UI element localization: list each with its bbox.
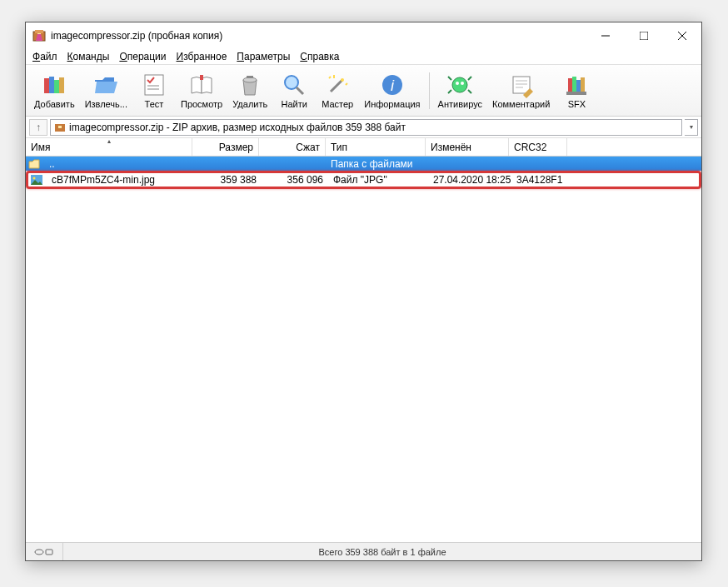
- virus-icon: [446, 72, 473, 98]
- svg-rect-8: [49, 77, 54, 93]
- svg-rect-9: [54, 80, 59, 93]
- books-stack-icon: [41, 72, 67, 98]
- trash-icon: [237, 72, 263, 98]
- svg-rect-35: [572, 77, 576, 93]
- magnifier-icon: [281, 72, 307, 98]
- image-file-icon: [30, 174, 43, 186]
- svg-rect-38: [566, 92, 586, 95]
- svg-line-26: [448, 77, 451, 80]
- svg-rect-40: [58, 126, 62, 128]
- info-icon: i: [379, 72, 406, 98]
- svg-point-42: [33, 177, 36, 180]
- svg-point-24: [456, 82, 459, 85]
- svg-rect-36: [576, 80, 581, 93]
- svg-line-28: [448, 90, 451, 93]
- info-button[interactable]: i Информация: [359, 70, 425, 111]
- add-button[interactable]: Добавить: [29, 70, 80, 111]
- address-input[interactable]: imagecompressor.zip - ZIP архив, размер …: [50, 119, 682, 136]
- file-rows: .. Папка с файлами cB7fMPm5ZC4-min.jpg 3…: [26, 157, 701, 542]
- wand-icon: [324, 72, 351, 98]
- svg-point-43: [35, 550, 43, 555]
- extract-button[interactable]: Извлечь...: [80, 70, 132, 111]
- menu-bar: Файл Команды Операции Избранное Параметр…: [26, 48, 701, 65]
- minimize-button[interactable]: [586, 22, 625, 48]
- address-bar: ↑ imagecompressor.zip - ZIP архив, разме…: [26, 117, 701, 138]
- column-crc[interactable]: CRC32: [509, 138, 567, 156]
- status-disk-icon: [26, 543, 63, 560]
- svg-rect-37: [581, 77, 585, 93]
- svg-rect-34: [568, 78, 572, 93]
- cell-modified: 27.04.2020 18:25: [428, 174, 511, 186]
- svg-point-25: [461, 82, 464, 85]
- toolbar: Добавить Извлечь... Тест Просмотр Удалит…: [26, 65, 701, 117]
- maximize-button[interactable]: [625, 22, 663, 48]
- checklist-icon: [141, 72, 167, 98]
- window-title: imagecompressor.zip (пробная копия): [51, 30, 586, 42]
- cell-packed: 356 096: [262, 174, 328, 186]
- file-row[interactable]: cB7fMPm5ZC4-min.jpg 359 388 356 096 Файл…: [26, 171, 701, 189]
- svg-rect-1: [35, 30, 43, 33]
- archive-icon: [54, 122, 66, 133]
- column-name[interactable]: Имя▴: [26, 138, 192, 156]
- svg-line-29: [468, 90, 471, 93]
- folder-icon: [27, 158, 41, 170]
- svg-rect-44: [46, 550, 52, 555]
- svg-point-23: [452, 77, 467, 92]
- menu-file[interactable]: Файл: [27, 50, 62, 63]
- svg-point-17: [285, 76, 298, 89]
- note-icon: [508, 72, 535, 98]
- comment-button[interactable]: Комментарий: [487, 70, 555, 111]
- cell-crc: 3A4128F1: [511, 174, 570, 186]
- cell-size: 359 388: [195, 174, 262, 186]
- view-button[interactable]: Просмотр: [176, 70, 227, 111]
- menu-params[interactable]: Параметры: [232, 50, 295, 63]
- svg-rect-16: [247, 76, 253, 78]
- cell-type: Папка с файлами: [326, 158, 426, 170]
- folder-open-icon: [92, 72, 119, 98]
- svg-line-19: [331, 80, 342, 92]
- title-bar: imagecompressor.zip (пробная копия): [26, 22, 701, 48]
- svg-line-27: [468, 77, 471, 80]
- up-button[interactable]: ↑: [29, 119, 47, 136]
- cell-name: cB7fMPm5ZC4-min.jpg: [47, 174, 195, 186]
- menu-help[interactable]: Справка: [295, 50, 344, 63]
- svg-rect-7: [44, 78, 49, 93]
- window-controls: [586, 22, 701, 48]
- column-modified[interactable]: Изменён: [426, 138, 509, 156]
- cell-name: ..: [44, 158, 192, 170]
- svg-rect-4: [640, 32, 648, 40]
- menu-favorites[interactable]: Избранное: [172, 50, 232, 63]
- delete-button[interactable]: Удалить: [227, 70, 272, 111]
- books-archive-icon: [563, 72, 590, 98]
- menu-operations[interactable]: Операции: [114, 50, 171, 63]
- menu-commands[interactable]: Команды: [62, 50, 115, 63]
- parent-folder-row[interactable]: .. Папка с файлами: [26, 157, 701, 171]
- column-packed[interactable]: Сжат: [259, 138, 326, 156]
- svg-rect-10: [59, 77, 64, 93]
- status-bar: Всего 359 388 байт в 1 файле: [26, 542, 701, 560]
- address-dropdown[interactable]: ▾: [685, 119, 698, 136]
- column-type[interactable]: Тип: [326, 138, 426, 156]
- book-open-icon: [188, 72, 215, 98]
- test-button[interactable]: Тест: [132, 70, 176, 111]
- close-button[interactable]: [663, 22, 701, 48]
- cell-type: Файл "JPG": [328, 174, 428, 186]
- sort-arrow-icon: ▴: [107, 138, 111, 145]
- svg-rect-14: [200, 75, 203, 80]
- toolbar-separator: [429, 72, 430, 109]
- find-button[interactable]: Найти: [272, 70, 316, 111]
- antivirus-button[interactable]: Антивирус: [433, 70, 487, 111]
- column-size[interactable]: Размер: [192, 138, 259, 156]
- app-icon: [32, 29, 46, 42]
- file-list: Имя▴ Размер Сжат Тип Изменён CRC32 .. Па…: [26, 138, 701, 542]
- wizard-button[interactable]: Мастер: [316, 70, 359, 111]
- svg-line-18: [297, 87, 303, 94]
- sfx-button[interactable]: SFX: [555, 70, 598, 111]
- svg-point-20: [341, 78, 344, 82]
- column-headers: Имя▴ Размер Сжат Тип Изменён CRC32: [26, 138, 701, 157]
- address-text: imagecompressor.zip - ZIP архив, размер …: [69, 122, 406, 133]
- status-total: Всего 359 388 байт в 1 файле: [310, 547, 454, 557]
- app-window: imagecompressor.zip (пробная копия) Файл…: [25, 22, 702, 561]
